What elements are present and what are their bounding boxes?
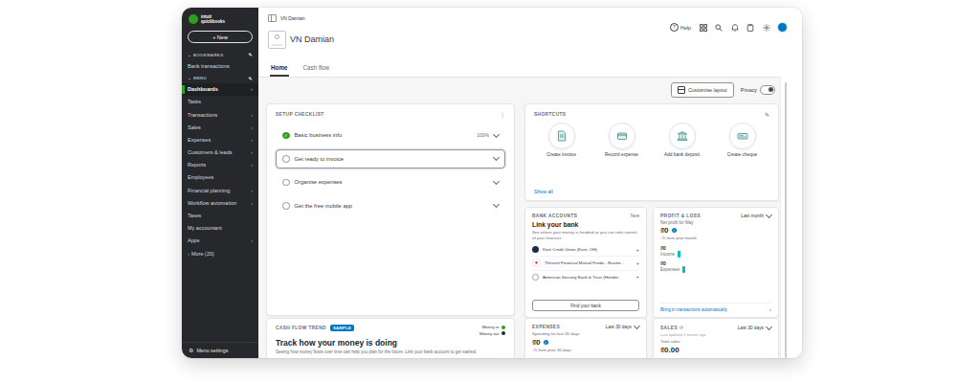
customise-layout-label: Customise layout [688,87,727,93]
menu-settings-button[interactable]: ⚙ Menu settings [182,342,258,358]
period-label: Last 30 days [738,326,764,330]
new-button[interactable]: + New [188,31,253,43]
dashboard-toolbar: Customise layout Privacy [671,82,775,98]
bank-row-thrivent[interactable]: ♥ Thrivent Financial Mutual Funds - Busi… [532,257,639,271]
shortcut-items: Create invoice Record expense [525,120,778,161]
quickbooks-logo-icon [189,14,198,24]
page-title: VN Damian [290,34,334,44]
sidebar-item-label: Financial planning [188,188,230,193]
chevron-down-icon[interactable] [493,178,500,185]
expenses-row[interactable]: Expenses [660,266,771,273]
chevron-down-icon [766,212,772,218]
shortcut-record-expense[interactable]: Record expense [597,123,647,158]
page-tabs: Home Cash flow [270,61,330,77]
add-bank-plus-icon[interactable]: + [635,247,639,253]
settings-gear-icon[interactable] [763,24,770,32]
sidebar-item-my-accountant[interactable]: My accountant [182,222,258,235]
expenses-comparison: -% from prior 30 days [525,348,646,355]
chevron-right-icon: › [251,113,253,117]
checklist-item-basic-business-info[interactable]: ✓ Basic business info 100% [276,125,505,146]
income-row[interactable]: Income [660,251,771,258]
shortcut-label: Create cheque [727,152,757,158]
header-icon-bar: ? Help [670,23,787,32]
sidebar: intuit quickbooks + New ⌄ BOOKMARKS ✎ Ba… [182,8,258,358]
bank-logo: ♥ [532,259,541,267]
chevron-down-icon [634,323,640,329]
expenses-label: Expenses [660,267,679,272]
chevron-down-icon[interactable] [493,131,500,138]
sidebar-item-label: More (20) [191,251,214,257]
shortcut-create-cheque[interactable]: Create cheque [718,123,768,158]
sidebar-item-sales[interactable]: Sales › [182,121,258,133]
sidebar-item-taxes[interactable]: Taxes [182,209,258,221]
bookmarks-section-header[interactable]: ⌄ BOOKMARKS ✎ [182,49,258,59]
bank-accounts-new-link[interactable]: New [631,214,639,218]
bank-accounts-panel: BANK ACCOUNTS New Link your bank See whe… [524,207,647,318]
quickbooks-logo[interactable]: intuit quickbooks [182,8,258,28]
add-bank-plus-icon[interactable]: + [635,274,639,280]
user-avatar[interactable] [778,23,787,32]
sidebar-item-employees[interactable]: Employees [182,171,258,184]
sidebar-item-more[interactable]: › More (20) [182,247,258,259]
shortcut-add-bank-deposit[interactable]: Add bank deposit [657,123,707,158]
sales-period-dropdown[interactable]: Last 30 days [738,326,771,330]
privacy-toggle[interactable] [760,85,775,95]
refresh-icon[interactable]: ⟳ [679,325,683,330]
empty-circle-icon [282,202,290,210]
company-logo-placeholder[interactable] [268,31,286,49]
sidebar-item-expenses[interactable]: Expenses › [182,133,258,146]
sidebar-item-apps[interactable]: Apps › [182,235,258,247]
sidebar-item-financial-planning[interactable]: Financial planning › [182,184,258,196]
legend-label: Money out [479,331,500,336]
sidebar-item-bank-transactions[interactable]: Bank transactions [182,59,258,72]
chevron-down-icon[interactable] [493,154,500,161]
sidebar-item-workflow-automation[interactable]: Workflow automation › [182,196,258,209]
checklist-item-get-ready-to-invoice[interactable]: Get ready to invoice [276,149,505,169]
profit-loss-period-dropdown[interactable]: Last month [741,214,771,218]
shortcut-create-invoice[interactable]: Create invoice [537,123,587,158]
sidebar-item-customers-leads[interactable]: Customers & leads › [182,146,258,158]
add-bank-plus-icon[interactable]: + [635,260,639,266]
expenses-period-dropdown[interactable]: Last 30 days [606,325,639,329]
customise-layout-button[interactable]: Customise layout [671,82,734,98]
checklist-item-organise-expenses[interactable]: Organise expenses [276,172,505,192]
edit-menu-icon[interactable]: ✎ [249,76,254,81]
sidebar-item-label: Workflow automation [188,200,236,206]
sample-badge: SAMPLE [330,325,354,331]
sidebar-item-tasks[interactable]: Tasks [182,96,258,108]
sidebar-item-transactions[interactable]: Transactions › [182,108,258,121]
sidebar-item-dashboards[interactable]: Dashboards › [182,83,258,96]
sidebar-item-reports[interactable]: Reports › [182,159,258,171]
apps-grid-icon[interactable] [700,24,707,32]
kebab-menu-icon[interactable]: ⋮ [500,111,505,118]
help-button[interactable]: ? Help [670,23,691,32]
link-label: Bring in transactions automatically [660,307,727,312]
cash-flow-title: CASH FLOW TREND [276,326,326,330]
profit-loss-panel: PROFIT & LOSS Last month Net profit for … [653,207,779,318]
chevron-down-icon[interactable] [493,201,500,208]
find-your-bank-button[interactable]: Find your bank [532,300,639,311]
search-icon[interactable] [715,24,723,32]
tab-home[interactable]: Home [270,61,289,77]
checklist-item-get-mobile-app[interactable]: Get the free mobile app [276,196,505,216]
sales-value: ₫0.00 [660,346,679,354]
bank-row-american-security[interactable]: American Security Bank & Trust (Hender..… [532,271,639,282]
tasks-clipboard-icon[interactable] [746,24,754,32]
info-icon[interactable]: i [672,228,677,233]
sidebar-item-label: Expenses [188,137,211,143]
bring-in-transactions-link[interactable]: Bring in transactions automatically › [660,303,771,312]
notifications-bell-icon[interactable] [731,24,739,32]
menu-section-header[interactable]: ⌄ MENU ✎ [182,73,258,83]
edit-shortcuts-icon[interactable]: ✎ [765,111,769,118]
info-icon[interactable]: i [544,340,548,345]
collapse-sidebar-icon[interactable] [268,14,277,22]
chevron-right-icon: › [251,238,253,242]
show-all-link[interactable]: Show all [534,189,553,194]
money-out-dot-icon [501,331,505,335]
checklist-item-label: Basic business info [295,132,343,138]
edit-bookmarks-icon[interactable]: ✎ [249,52,254,57]
tab-cash-flow[interactable]: Cash flow [302,61,331,77]
vertical-scrollbar[interactable] [785,82,787,358]
bank-row-kent-credit-union[interactable]: Kent Credit Union (Kent, OH) + [532,244,639,257]
shortcuts-title: SHORTCUTS [534,112,566,117]
